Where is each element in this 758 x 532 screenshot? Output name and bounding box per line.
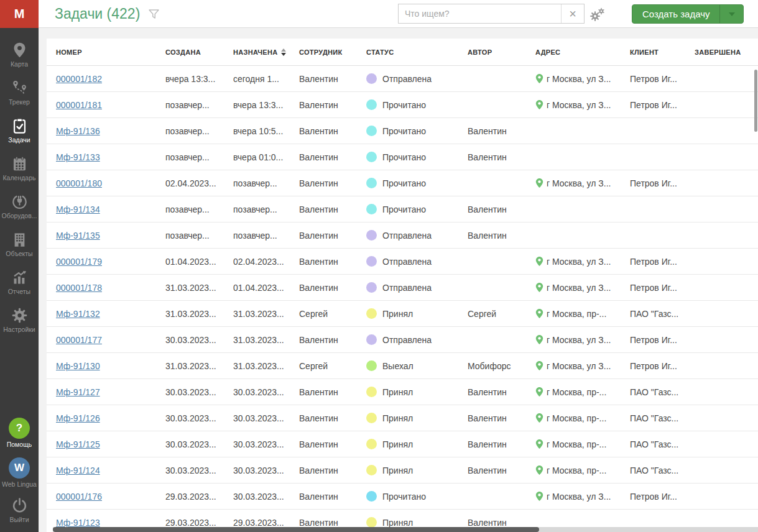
task-number-link[interactable]: Мф-91/130 (56, 361, 100, 371)
horizontal-scrollbar-thumb[interactable] (53, 527, 539, 532)
table-row[interactable]: 000001/182вчера 13:3...сегодня 1...Вален… (47, 66, 758, 92)
status-dot (366, 178, 377, 188)
table-row[interactable]: 000001/181позавчер...вчера 13:3...Валент… (47, 92, 758, 118)
table-row[interactable]: Мф-91/13031.03.2023...31.03.2023...Серге… (47, 353, 758, 379)
task-number-link[interactable]: 000001/179 (56, 257, 102, 267)
cell-number: 000001/177 (47, 335, 156, 345)
sidebar-item-label: Выйти (9, 516, 29, 523)
column-header-created[interactable]: СОЗДАНА (156, 48, 224, 56)
task-number-link[interactable]: 000001/181 (56, 100, 102, 110)
sidebar-item-tasks[interactable]: Задачи (0, 112, 39, 150)
sidebar-item-label: Календарь (3, 174, 36, 181)
task-number-link[interactable]: 000001/182 (56, 74, 102, 84)
sidebar-item-settings[interactable]: Настройки (0, 301, 39, 339)
filter-icon[interactable] (147, 7, 160, 21)
cell-status: Прочитано (357, 204, 458, 214)
cell-client: ПАО "Газс... (621, 439, 685, 449)
address-text: г Москва, ул З... (547, 100, 611, 110)
create-task-label: Создать задачу (632, 5, 719, 23)
cell-status: Принял (357, 465, 458, 475)
location-pin-icon (535, 334, 543, 345)
task-number-link[interactable]: 000001/180 (56, 178, 102, 188)
address-text: г Москва, ул З... (547, 178, 611, 188)
sidebar-item-reports[interactable]: Отчеты (0, 264, 39, 301)
app-logo[interactable]: M (0, 0, 39, 28)
task-number-link[interactable]: Мф-91/123 (56, 518, 100, 528)
task-number-link[interactable]: 000001/177 (56, 335, 102, 345)
cell-number: Мф-91/136 (47, 126, 156, 136)
table-row[interactable]: Мф-91/133позавчер...вчера 01:0...Валенти… (47, 144, 758, 170)
status-label: Отправлена (382, 257, 432, 267)
task-number-link[interactable]: Мф-91/126 (56, 413, 100, 423)
equipment-icon (11, 193, 28, 210)
sort-icon[interactable] (281, 48, 286, 56)
sidebar-item-label: Задачи (8, 136, 30, 144)
table-row[interactable]: Мф-91/12430.03.2023...30.03.2023...Вален… (47, 457, 758, 484)
task-number-link[interactable]: Мф-91/134 (56, 204, 100, 214)
cell-client: ПАО "Газс... (621, 466, 685, 475)
task-number-link[interactable]: 000001/176 (56, 492, 102, 502)
column-header-completed[interactable]: ЗАВЕРШЕНА (685, 48, 754, 56)
cell-number: Мф-91/134 (47, 204, 156, 214)
cell-employee: Сергей (290, 309, 357, 319)
task-table: НОМЕРСОЗДАНАНАЗНАЧЕНАСОТРУДНИКСТАТУСАВТО… (47, 39, 758, 532)
task-number-link[interactable]: Мф-91/124 (56, 466, 100, 475)
task-number-link[interactable]: Мф-91/133 (56, 152, 100, 162)
column-header-number[interactable]: НОМЕР (47, 48, 156, 56)
cell-status: Отправлена (357, 334, 458, 345)
cell-employee: Валентин (290, 439, 357, 449)
table-row[interactable]: 000001/17901.04.2023...02.04.2023...Вале… (47, 249, 758, 275)
create-task-dropdown[interactable] (719, 5, 743, 23)
cell-client: Петров Иг... (621, 492, 685, 502)
column-header-author[interactable]: АВТОР (458, 48, 526, 56)
sidebar-item-calendar[interactable]: Календарь (0, 150, 39, 188)
sidebar-item-help[interactable]: ?Помощь (0, 413, 39, 453)
task-number-link[interactable]: Мф-91/135 (56, 231, 100, 241)
table-row[interactable]: Мф-91/12530.03.2023...30.03.2023...Вален… (47, 431, 758, 457)
clear-search-icon[interactable]: × (561, 4, 584, 23)
task-number-link[interactable]: Мф-91/136 (56, 126, 100, 136)
sidebar-item-equipment[interactable]: Оборудов... (0, 188, 39, 226)
vertical-scrollbar[interactable] (754, 70, 757, 132)
cell-number: Мф-91/127 (47, 387, 156, 397)
column-header-employee[interactable]: СОТРУДНИК (290, 48, 357, 56)
sidebar-item-objects[interactable]: Объекты (0, 226, 39, 264)
table-row[interactable]: 000001/18002.04.2023...позавчер...Валент… (47, 170, 758, 196)
table-row[interactable]: 000001/17629.03.2023...30.03.2023...Вале… (47, 484, 758, 510)
column-header-client[interactable]: КЛИЕНТ (621, 48, 685, 56)
create-task-button[interactable]: Создать задачу (632, 4, 744, 24)
search-settings-icon[interactable] (589, 7, 611, 22)
sidebar-item-map[interactable]: Карта (0, 36, 39, 74)
horizontal-scrollbar-track[interactable] (53, 527, 758, 532)
table-row[interactable]: 000001/17831.03.2023...01.04.2023...Вале… (47, 275, 758, 301)
table-row[interactable]: Мф-91/12630.03.2023...30.03.2023...Вален… (47, 405, 758, 431)
table-row[interactable]: 000001/17730.03.2023...31.03.2023...Вале… (47, 327, 758, 353)
column-header-address[interactable]: АДРЕС (526, 48, 621, 56)
table-row[interactable]: Мф-91/135позавчер...позавчер...ВалентинО… (47, 222, 758, 249)
task-number-link[interactable]: Мф-91/132 (56, 309, 100, 319)
column-header-status[interactable]: СТАТУС (357, 48, 458, 56)
cell-number: 000001/178 (47, 283, 156, 293)
cell-created: 30.03.2023... (156, 439, 224, 449)
address-text: г Москва, ул З... (547, 74, 611, 84)
cell-client: Петров Иг... (621, 100, 685, 110)
cell-assigned: 31.03.2023... (224, 335, 290, 345)
sidebar-item-tracker[interactable]: Трекер (0, 74, 39, 112)
table-row[interactable]: Мф-91/12730.03.2023...30.03.2023...Вален… (47, 379, 758, 405)
status-label: Отправлена (382, 74, 432, 84)
table-row[interactable]: Мф-91/136позавчер...вчера 10:5...Валенти… (47, 118, 758, 144)
cell-status: Отправлена (357, 230, 458, 241)
sidebar-item-label: Отчеты (8, 288, 30, 295)
cell-status: Прочитано (357, 491, 458, 502)
sidebar-item-logout[interactable]: Выйти (0, 493, 39, 528)
table-row[interactable]: Мф-91/13231.03.2023...31.03.2023...Серге… (47, 301, 758, 327)
search-input[interactable] (399, 4, 561, 23)
task-number-link[interactable]: Мф-91/127 (56, 387, 100, 397)
task-number-link[interactable]: 000001/178 (56, 283, 102, 293)
column-header-assigned[interactable]: НАЗНАЧЕНА (224, 48, 290, 56)
table-row[interactable]: Мф-91/134позавчер...позавчер...ВалентинП… (47, 196, 758, 222)
status-dot (366, 439, 377, 449)
task-number-link[interactable]: Мф-91/125 (56, 439, 100, 449)
cell-author: Валентин (458, 413, 526, 423)
sidebar-item-weblingua[interactable]: WWeb Lingua (0, 453, 39, 493)
